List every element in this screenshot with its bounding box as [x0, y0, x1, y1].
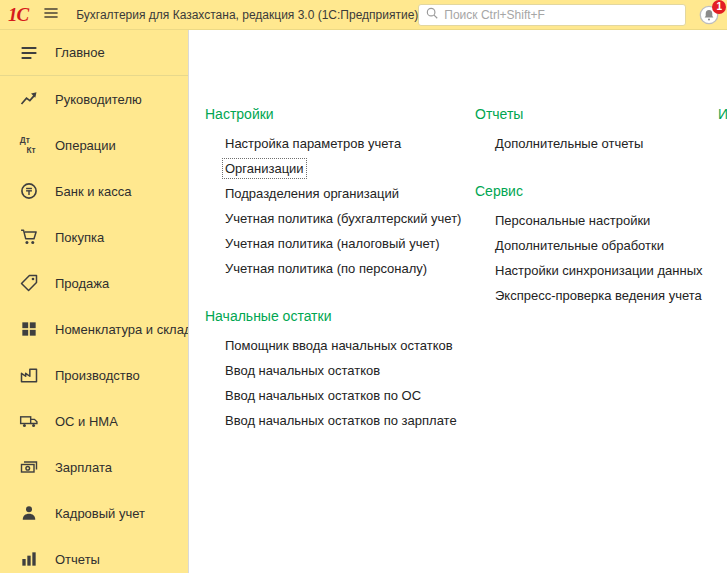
link-personalnye-nastroyki[interactable]: Персональные настройки [495, 213, 650, 228]
sidebar-item-label: Руководителю [55, 92, 142, 107]
link-dopolnitelnye-obrabotki[interactable]: Дополнительные обработки [495, 238, 664, 253]
link-uchetnaya-politika-buhgalterskiy[interactable]: Учетная политика (бухгалтерский учет) [225, 211, 461, 226]
sidebar-item-label: Банк и касса [55, 184, 132, 199]
sidebar-item-operacii[interactable]: ДтКт Операции [0, 122, 188, 168]
1c-logo: 1С [8, 5, 28, 24]
link-ekspress-proverka-vedeniya-ucheta[interactable]: Экспресс-проверка ведения учета [495, 288, 702, 303]
content-column-1: Настройки Настройка параметров учета Орг… [205, 106, 475, 573]
coin-icon [18, 181, 40, 201]
content-column-3: И [718, 106, 727, 573]
link-pomoschnik-vvoda-nachalnyh-ostatkov[interactable]: Помощник ввода начальных остатков [225, 338, 453, 353]
content-column-2: Отчеты Дополнительные отчеты Сервис Перс… [475, 106, 718, 573]
sidebar-item-proizvodstvo[interactable]: Производство [0, 352, 188, 398]
link-nastroyki-sinhronizacii-dannyh[interactable]: Настройки синхронизации данных [495, 263, 703, 278]
link-dopolnitelnye-otchety[interactable]: Дополнительные отчеты [495, 136, 643, 151]
link-nastroyka-parametrov-ucheta[interactable]: Настройка параметров учета [225, 136, 401, 151]
group-nachalnye-ostatki: Начальные остатки Помощник ввода начальн… [205, 308, 475, 438]
money-icon [18, 457, 40, 477]
group-otchety: Отчеты Дополнительные отчеты [475, 106, 718, 161]
bar-chart-icon [18, 549, 40, 569]
sidebar-item-label: Кадровый учет [55, 506, 145, 521]
sidebar-item-label: Продажа [55, 276, 109, 291]
header-nastroyki: Настройки [205, 106, 475, 122]
link-vvod-nachalnyh-ostatkov-po-os[interactable]: Ввод начальных остатков по ОС [225, 388, 421, 403]
link-podrazdeleniya-organizaciy[interactable]: Подразделения организаций [225, 186, 399, 201]
group-nastroyki: Настройки Настройка параметров учета Орг… [205, 106, 475, 286]
link-uchetnaya-politika-po-personalu[interactable]: Учетная политика (по персоналу) [225, 261, 427, 276]
notifications-button[interactable]: 1 [698, 4, 720, 26]
sidebar-item-label: ОС и НМА [55, 414, 118, 429]
topbar: 1С Бухгалтерия для Казахстана, редакция … [0, 0, 727, 30]
link-vvod-nachalnyh-ostatkov[interactable]: Ввод начальных остатков [225, 363, 380, 378]
factory-icon [18, 365, 40, 385]
sidebar-item-os-i-nma[interactable]: ОС и НМА [0, 398, 188, 444]
sidebar-item-pokupka[interactable]: Покупка [0, 214, 188, 260]
cart-icon [18, 227, 40, 247]
search-icon [425, 6, 439, 23]
sidebar-item-label: Производство [55, 368, 140, 383]
sidebar-item-glavnoe[interactable]: Главное [0, 30, 188, 76]
sidebar-item-zarplata[interactable]: Зарплата [0, 444, 188, 490]
notifications-bell-icon [698, 14, 720, 29]
grid-icon [18, 319, 40, 339]
sidebar-item-otchety[interactable]: Отчеты [0, 536, 188, 573]
group-clipped: И [718, 106, 727, 136]
truck-icon [18, 411, 40, 431]
sidebar-item-label: Номенклатура и склад [55, 322, 188, 337]
section-menu: Настройки Настройка параметров учета Орг… [188, 30, 727, 573]
link-vvod-nachalnyh-ostatkov-po-zarplate[interactable]: Ввод начальных остатков по зарплате [225, 413, 457, 428]
sidebar-item-label: Зарплата [55, 460, 112, 475]
trend-chart-icon [18, 89, 40, 109]
link-organizacii[interactable]: Организации [225, 161, 304, 176]
search-input[interactable] [444, 8, 679, 22]
sidebar-item-label: Отчеты [55, 552, 100, 567]
sidebar-item-nomenklatura-i-sklad[interactable]: Номенклатура и склад [0, 306, 188, 352]
sidebar-item-label: Главное [55, 45, 105, 60]
sidebar-item-rukovoditelyu[interactable]: Руководителю [0, 76, 188, 122]
header-nachalnye-ostatki: Начальные остатки [205, 308, 475, 324]
debit-credit-icon: ДтКт [18, 135, 40, 155]
group-servis: Сервис Персональные настройки Дополнител… [475, 183, 718, 313]
global-search [418, 4, 686, 26]
window-title: Бухгалтерия для Казахстана, редакция 3.0… [76, 8, 418, 22]
price-tag-icon [18, 273, 40, 293]
hamburger-icon [42, 5, 60, 24]
sidebar-item-kadrovyy-uchet[interactable]: Кадровый учет [0, 490, 188, 536]
topbar-icons: 1 [698, 4, 727, 26]
header-clipped: И [718, 106, 727, 122]
person-icon [18, 503, 40, 523]
sections-panel: Главное Руководителю ДтКт Операции Банк … [0, 30, 188, 573]
svg-text:Кт: Кт [27, 145, 36, 155]
notifications-badge: 1 [712, 0, 726, 14]
sidebar-item-bank-i-kassa[interactable]: Банк и касса [0, 168, 188, 214]
sidebar-item-label: Операции [55, 138, 116, 153]
header-servis: Сервис [475, 183, 718, 199]
main-menu-button[interactable] [38, 2, 64, 27]
main-area: Главное Руководителю ДтКт Операции Банк … [0, 30, 727, 573]
sidebar-item-prodazha[interactable]: Продажа [0, 260, 188, 306]
sidebar-item-label: Покупка [55, 230, 104, 245]
menu-lines-icon [18, 43, 40, 63]
app-window: 1С Бухгалтерия для Казахстана, редакция … [0, 0, 727, 573]
header-otchety: Отчеты [475, 106, 718, 122]
link-uchetnaya-politika-nalogovyy[interactable]: Учетная политика (налоговый учет) [225, 236, 440, 251]
